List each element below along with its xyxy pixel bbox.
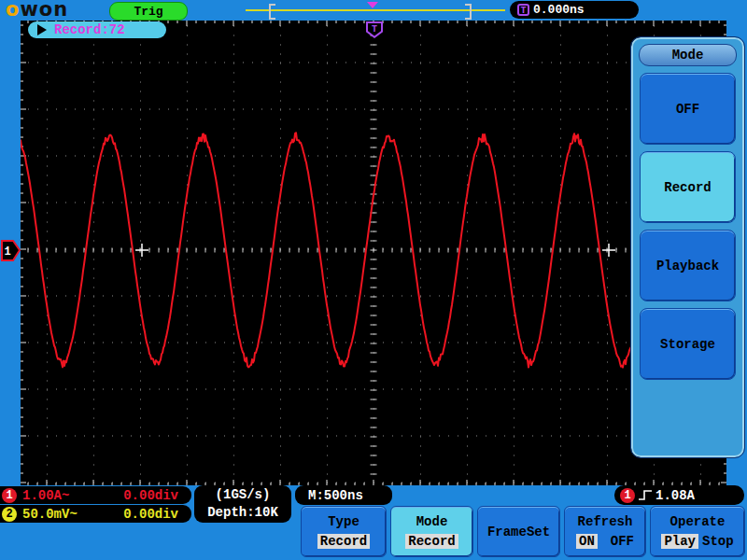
trigger-level-readout: 1 1.08A xyxy=(614,485,744,505)
channel1-badge: 1 xyxy=(2,488,17,503)
refresh-option-off[interactable]: OFF xyxy=(611,534,634,549)
softkey-frameset-label: FrameSet xyxy=(487,525,550,539)
operate-option-stop[interactable]: Stop xyxy=(702,534,734,549)
channel1-scale: 1.00A~ xyxy=(22,488,69,503)
bottom-status-bar: 1 1.00A~ 0.00div 2 50.0mV~ 0.00div (1GS/… xyxy=(0,485,747,560)
trigger-time-readout: T 0.000ns xyxy=(510,1,639,19)
softkey-type-label: Type xyxy=(328,514,359,529)
softkey-menu: Type Record Mode Record FrameSet Refresh… xyxy=(0,506,747,560)
softkey-mode[interactable]: Mode Record xyxy=(390,506,473,557)
waveform-display: Record:72 T xyxy=(21,21,726,485)
rising-edge-icon xyxy=(638,488,653,502)
trigger-level-value: 1.08A xyxy=(655,488,695,503)
trigger-source-badge: 1 xyxy=(620,488,635,503)
timebase-readout: M:500ns xyxy=(295,485,392,505)
softkey-operate[interactable]: Operate Play Stop xyxy=(650,506,745,557)
menu-item-playback[interactable]: Playback xyxy=(640,230,736,301)
refresh-option-on[interactable]: ON xyxy=(576,534,598,549)
sample-rate: (1GS/s) xyxy=(216,486,271,504)
softkey-refresh[interactable]: Refresh ON OFF xyxy=(564,506,646,557)
channel1-readout: 1 1.00A~ 0.00div xyxy=(0,486,191,504)
trigger-time-value: 0.000ns xyxy=(533,3,585,17)
menu-item-storage[interactable]: Storage xyxy=(640,308,736,380)
menu-item-record[interactable]: Record xyxy=(640,151,736,223)
softkey-type-value: Record xyxy=(317,534,370,549)
softkey-mode-value: Record xyxy=(405,534,458,549)
trigger-position-arrow-icon xyxy=(367,2,378,8)
svg-text:1: 1 xyxy=(4,245,10,259)
menu-item-off[interactable]: OFF xyxy=(640,73,736,145)
softkey-frameset[interactable]: FrameSet xyxy=(477,506,560,557)
window-bracket-right-icon xyxy=(465,4,472,20)
operate-option-play[interactable]: Play xyxy=(661,534,698,549)
top-status-bar: OWON Trig T 0.000ns xyxy=(0,0,747,21)
side-menu-title: Mode xyxy=(639,44,737,66)
softkey-mode-label: Mode xyxy=(416,514,448,529)
softkey-refresh-label: Refresh xyxy=(578,514,633,529)
trigger-status-badge: Trig xyxy=(109,2,188,21)
trigger-t-icon: T xyxy=(517,4,529,16)
window-bracket-left-icon xyxy=(269,4,275,20)
channel1-level-marker[interactable]: 1 xyxy=(1,240,21,266)
softkey-operate-label: Operate xyxy=(670,514,726,529)
graticule xyxy=(21,21,726,485)
softkey-type[interactable]: Type Record xyxy=(301,506,387,557)
side-menu-panel: Mode OFF Record Playback Storage xyxy=(631,37,744,457)
record-counter: Record:72 xyxy=(54,22,125,37)
owon-logo: OWON xyxy=(6,0,68,21)
channel1-offset: 0.00div xyxy=(123,488,178,503)
play-icon xyxy=(37,24,47,35)
record-status-banner: Record:72 xyxy=(28,21,166,38)
